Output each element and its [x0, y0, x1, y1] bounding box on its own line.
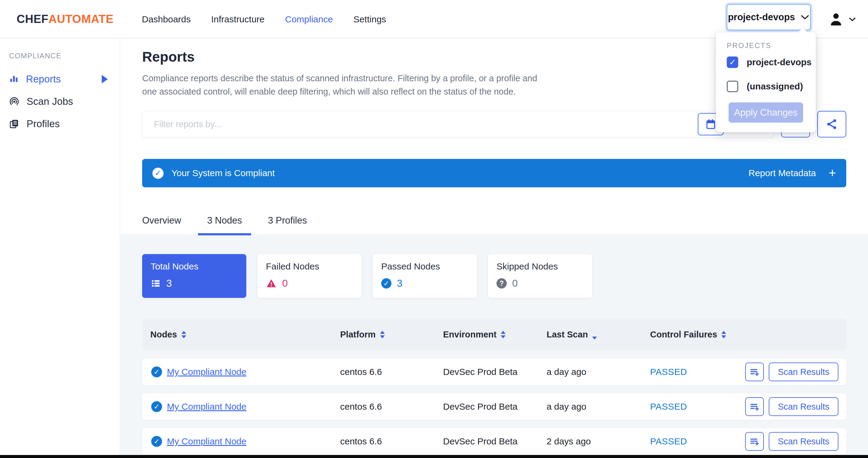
sidebar-section-label: COMPLIANCE [9, 52, 120, 60]
logo-chef-text: CHEF [17, 13, 48, 26]
report-tabs: Overview 3 Nodes 3 Profiles [133, 205, 846, 235]
profiles-docs-icon [9, 119, 19, 129]
stat-card-title: Total Nodes [151, 261, 238, 271]
playlist-add-icon [749, 367, 760, 377]
sort-icon [181, 331, 186, 338]
node-name-link[interactable]: My Compliant Node [167, 436, 246, 447]
column-header-last-scan[interactable]: Last Scan [547, 319, 597, 350]
table-row: ✓ My Compliant Node centos 6.6 DevSec Pr… [142, 393, 846, 420]
check-glyph: ✓ [729, 58, 736, 66]
column-label: Last Scan [547, 330, 588, 340]
sidebar-item-label: Profiles [27, 118, 60, 130]
column-header-platform[interactable]: Platform [340, 319, 385, 350]
filter-reports-input[interactable] [142, 111, 774, 138]
nav-compliance[interactable]: Compliance [285, 14, 333, 25]
node-passed-icon: ✓ [151, 401, 162, 412]
environment-cell: DevSec Prod Beta [443, 401, 518, 412]
list-icon [151, 278, 161, 288]
platform-cell: centos 6.6 [340, 401, 382, 412]
filter-input-wrap [142, 111, 774, 138]
status-badge: PASSED [650, 367, 687, 377]
chef-automate-logo[interactable]: CHEFAUTOMATE [17, 0, 114, 38]
last-scan-cell: 2 days ago [547, 436, 591, 447]
check-glyph: ✓ [155, 169, 161, 177]
project-option-unassigned[interactable]: (unassigned) [727, 81, 803, 92]
status-badge: PASSED [650, 436, 687, 447]
sidebar-item-scan-jobs[interactable]: Scan Jobs [0, 90, 120, 113]
nav-dashboards[interactable]: Dashboards [142, 14, 191, 25]
sidebar-item-profiles[interactable]: Profiles [0, 113, 120, 135]
report-metadata-toggle[interactable]: Report Metadata + [748, 167, 836, 179]
column-label: Control Failures [650, 330, 717, 340]
share-report-button[interactable] [817, 111, 846, 138]
tab-profiles[interactable]: 3 Profiles [259, 205, 316, 235]
stat-card-failed-nodes[interactable]: Failed Nodes 0 [257, 254, 362, 298]
banner-status-group: ✓ Your System is Compliant [152, 168, 275, 179]
projects-dropdown-header: PROJECTS [727, 41, 771, 50]
node-name-link[interactable]: My Compliant Node [167, 401, 246, 412]
question-circle-icon: ? [496, 278, 507, 288]
compliance-sidebar: COMPLIANCE Reports Scan Jobs [0, 39, 120, 458]
scan-results-button[interactable]: Scan Results [769, 397, 838, 416]
stat-card-skipped-nodes[interactable]: Skipped Nodes ? 0 [488, 254, 592, 298]
scan-results-button[interactable]: Scan Results [769, 432, 838, 451]
sort-icon [380, 331, 385, 338]
tab-overview[interactable]: Overview [133, 205, 190, 235]
arrow-right-icon [102, 75, 108, 83]
nav-infrastructure[interactable]: Infrastructure [211, 14, 265, 25]
playlist-add-icon [749, 436, 760, 447]
banner-status-text: Your System is Compliant [172, 168, 275, 178]
sidebar-item-label: Reports [26, 74, 61, 85]
column-label: Platform [340, 330, 376, 340]
share-icon [826, 118, 838, 131]
column-label: Environment [443, 330, 496, 340]
node-name-link[interactable]: My Compliant Node [167, 367, 246, 377]
stat-card-total-nodes[interactable]: Total Nodes 3 [142, 254, 246, 298]
platform-cell: centos 6.6 [340, 367, 382, 377]
table-row: ✓ My Compliant Node centos 6.6 DevSec Pr… [142, 428, 846, 455]
environment-cell: DevSec Prod Beta [443, 367, 518, 377]
column-header-nodes[interactable]: Nodes [150, 319, 186, 350]
user-avatar-icon [828, 11, 844, 27]
user-menu[interactable] [828, 0, 856, 38]
column-header-control-failures[interactable]: Control Failures [650, 319, 726, 350]
stat-card-value: 3 [166, 278, 172, 289]
checkbox-unchecked[interactable] [727, 81, 738, 92]
add-filter-button[interactable] [745, 432, 764, 451]
project-option-label: project-devops [747, 57, 812, 67]
sidebar-item-reports[interactable]: Reports [0, 68, 120, 90]
table-row: ✓ My Compliant Node centos 6.6 DevSec Pr… [142, 359, 846, 385]
compliance-status-banner: ✓ Your System is Compliant Report Metada… [142, 159, 846, 187]
sort-icon [501, 331, 505, 338]
nodes-table: Nodes Platform Environment Last Scan [142, 319, 846, 455]
chef-automate-app: CHEFAUTOMATE Dashboards Infrastructure C… [0, 0, 868, 458]
project-selector-button[interactable]: project-devops [726, 4, 811, 30]
check-circle-icon: ✓ [381, 278, 392, 288]
logo-automate-text: AUTOMATE [48, 13, 114, 26]
stat-card-value: 0 [282, 278, 288, 289]
add-filter-button[interactable] [745, 363, 764, 381]
scan-results-button[interactable]: Scan Results [769, 363, 838, 381]
node-stat-cards: Total Nodes 3 Failed Nodes [142, 234, 846, 298]
check-circle-icon: ✓ [152, 168, 163, 179]
add-filter-button[interactable] [745, 397, 764, 416]
tab-nodes[interactable]: 3 Nodes [198, 205, 251, 235]
window-bottom-edge [0, 455, 868, 458]
stat-card-value: 3 [397, 278, 402, 289]
chevron-down-icon [849, 17, 856, 22]
column-label: Nodes [150, 330, 177, 340]
stat-card-value: 0 [512, 278, 518, 289]
checkbox-checked[interactable]: ✓ [727, 57, 738, 68]
row-actions: Scan Results [745, 397, 838, 416]
row-actions: Scan Results [745, 363, 838, 381]
column-header-environment[interactable]: Environment [443, 319, 505, 350]
apply-changes-button[interactable]: Apply Changes [728, 103, 803, 123]
project-option-devops[interactable]: ✓ project-devops [727, 57, 812, 68]
primary-nav: Dashboards Infrastructure Compliance Set… [142, 0, 386, 38]
stat-card-passed-nodes[interactable]: Passed Nodes ✓ 3 [373, 254, 477, 298]
projects-dropdown: PROJECTS ✓ project-devops (unassigned) A… [716, 32, 816, 132]
sort-icon [721, 331, 726, 338]
last-scan-cell: a day ago [547, 401, 586, 412]
calendar-icon [705, 118, 716, 130]
nav-settings[interactable]: Settings [353, 14, 386, 25]
